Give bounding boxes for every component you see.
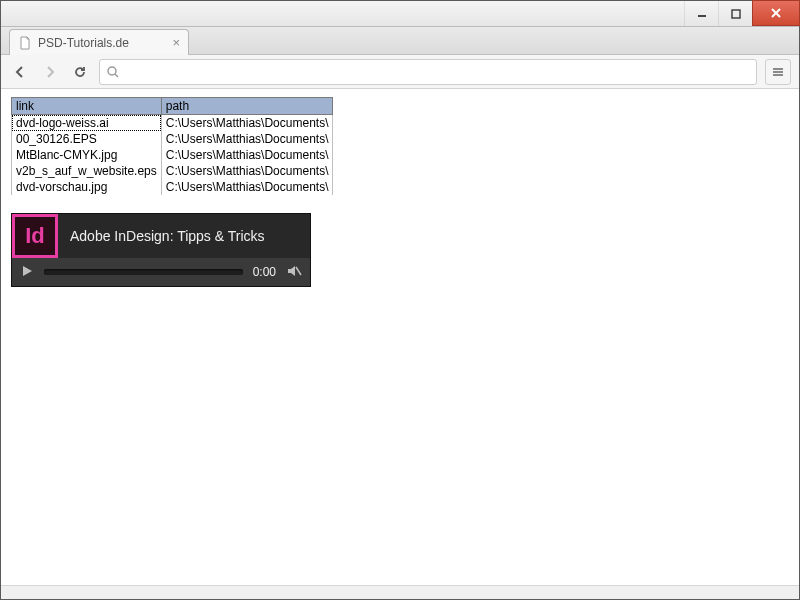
menu-button[interactable] [765, 59, 791, 85]
cell-path: C:\Users\Matthias\Documents\ [161, 115, 333, 132]
address-bar[interactable] [99, 59, 757, 85]
cell-path: C:\Users\Matthias\Documents\ [161, 131, 333, 147]
minimize-button[interactable] [684, 1, 718, 26]
play-button[interactable] [20, 264, 34, 281]
links-table: link path dvd-logo-weiss.aiC:\Users\Matt… [11, 97, 333, 195]
video-title: Adobe InDesign: Tipps & Tricks [58, 228, 310, 244]
arrow-right-icon [42, 64, 58, 80]
table-row[interactable]: MtBlanc-CMYK.jpgC:\Users\Matthias\Docume… [12, 147, 333, 163]
cell-link: dvd-logo-weiss.ai [12, 115, 162, 132]
window-titlebar [1, 1, 799, 27]
cell-link: v2b_s_auf_w_website.eps [12, 163, 162, 179]
tab-strip: PSD-Tutorials.de × [1, 27, 799, 55]
page-icon [18, 36, 32, 50]
svg-line-9 [296, 267, 301, 275]
time-display: 0:00 [253, 265, 276, 279]
browser-window: PSD-Tutorials.de × link path [0, 0, 800, 600]
cell-link: dvd-vorschau.jpg [12, 179, 162, 195]
cell-link: MtBlanc-CMYK.jpg [12, 147, 162, 163]
col-path[interactable]: path [161, 98, 333, 115]
play-icon [20, 264, 34, 278]
table-row[interactable]: dvd-logo-weiss.aiC:\Users\Matthias\Docum… [12, 115, 333, 132]
hamburger-icon [771, 65, 785, 79]
close-icon [770, 7, 782, 19]
tab-title: PSD-Tutorials.de [38, 36, 129, 50]
back-button[interactable] [9, 61, 31, 83]
maximize-icon [731, 9, 741, 19]
progress-bar[interactable] [44, 269, 243, 275]
table-row[interactable]: 00_30126.EPSC:\Users\Matthias\Documents\ [12, 131, 333, 147]
player-controls: 0:00 [12, 258, 310, 286]
search-icon [106, 65, 120, 79]
svg-line-5 [115, 74, 118, 77]
svg-rect-1 [732, 10, 740, 18]
cell-path: C:\Users\Matthias\Documents\ [161, 179, 333, 195]
minimize-icon [697, 9, 707, 19]
cell-path: C:\Users\Matthias\Documents\ [161, 163, 333, 179]
browser-toolbar [1, 55, 799, 89]
arrow-left-icon [12, 64, 28, 80]
player-header: Id Adobe InDesign: Tipps & Tricks [12, 214, 310, 258]
reload-button[interactable] [69, 61, 91, 83]
cell-path: C:\Users\Matthias\Documents\ [161, 147, 333, 163]
browser-tab[interactable]: PSD-Tutorials.de × [9, 29, 189, 55]
table-row[interactable]: v2b_s_auf_w_website.epsC:\Users\Matthias… [12, 163, 333, 179]
forward-button[interactable] [39, 61, 61, 83]
status-bar [1, 585, 799, 599]
tab-close-icon[interactable]: × [172, 36, 180, 49]
reload-icon [72, 64, 88, 80]
cell-link: 00_30126.EPS [12, 131, 162, 147]
video-player: Id Adobe InDesign: Tipps & Tricks 0:00 [11, 213, 311, 287]
close-button[interactable] [752, 0, 800, 26]
table-header-row: link path [12, 98, 333, 115]
mute-button[interactable] [286, 264, 302, 281]
speaker-muted-icon [286, 264, 302, 278]
col-link[interactable]: link [12, 98, 162, 115]
maximize-button[interactable] [718, 1, 752, 26]
svg-point-4 [108, 67, 116, 75]
table-row[interactable]: dvd-vorschau.jpgC:\Users\Matthias\Docume… [12, 179, 333, 195]
page-content: link path dvd-logo-weiss.aiC:\Users\Matt… [1, 89, 799, 585]
indesign-app-icon: Id [12, 214, 58, 258]
